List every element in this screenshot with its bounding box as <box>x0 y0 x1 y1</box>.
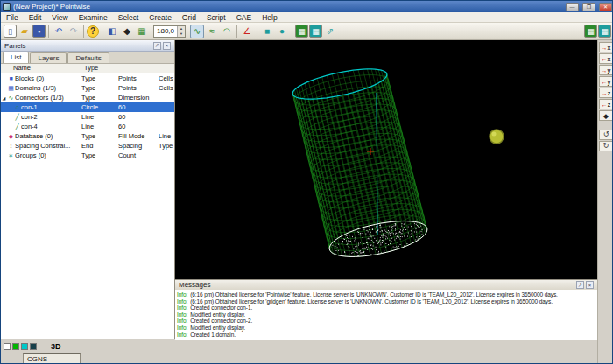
view-iso-button[interactable]: ◆ <box>599 110 613 121</box>
redo-icon[interactable]: ↷ <box>67 24 81 38</box>
menu-item-label: File <box>6 13 18 22</box>
domain-icon: ▦ <box>7 85 15 92</box>
tree-row[interactable]: ↕ Spacing Constrai... End Spacing Type <box>1 141 174 150</box>
mass-copy-icon[interactable]: ▦ <box>135 24 149 38</box>
tree-header-type[interactable]: Type <box>81 64 174 73</box>
menu-item[interactable]: Help <box>257 12 282 22</box>
pointwise-window: { "window": { "title": "(New Project)* P… <box>0 0 613 364</box>
connector-icon: ∿ <box>7 94 15 102</box>
save-icon[interactable]: ▪ <box>32 24 46 38</box>
view-plus-x-button[interactable]: → x <box>599 42 613 52</box>
rotation-angle-input[interactable]: 180,0 ▲▼ <box>153 25 186 38</box>
entity-col-1: Circle <box>81 103 118 111</box>
3d-viewport[interactable] <box>175 40 597 279</box>
axis-letter: z <box>608 102 611 108</box>
toolbar-separator[interactable] <box>83 25 84 38</box>
tree-row[interactable]: ◢ ∿ Connectors (1/3) Type Dimension <box>1 93 174 102</box>
menu-item[interactable]: Examine <box>74 12 113 22</box>
panels-title: Panels <box>4 42 25 50</box>
toolbar-separator[interactable] <box>236 25 237 38</box>
messages-title: Messages <box>179 281 210 289</box>
log-line: Info:Created connector con-1. <box>177 304 595 312</box>
messages-close-button[interactable]: × <box>586 281 594 289</box>
cylinder-mesh-scene <box>175 40 597 279</box>
rotate-cw-button[interactable]: ↻ <box>599 141 613 151</box>
tree-row[interactable]: ▦ Domains (1/3) Type Points Cells <box>1 83 174 93</box>
two-point-curve-icon[interactable]: ∿ <box>190 24 204 38</box>
menu-item[interactable]: Select <box>113 12 144 22</box>
messages-caption: Messages ↗ × <box>175 280 597 290</box>
window-titlebar: (New Project)* Pointwise — ❐ ✕ <box>1 1 613 12</box>
new-file-icon[interactable]: ▯ <box>4 24 17 38</box>
view-minus-y-button[interactable]: ← y <box>599 76 613 87</box>
maximize-button[interactable]: ❐ <box>582 3 595 11</box>
transform-icon[interactable]: ◆ <box>120 24 134 38</box>
undo-icon[interactable]: ↶ <box>52 24 66 38</box>
extrude-icon[interactable]: ⇗ <box>323 24 337 38</box>
messages-float-button[interactable]: ↗ <box>576 281 584 289</box>
menu-item-label: CAE <box>236 13 251 22</box>
panel-tab[interactable]: List <box>3 52 29 63</box>
panel-tab[interactable]: Defaults <box>67 52 109 63</box>
arc-curve-icon[interactable]: ◠ <box>220 24 234 38</box>
menu-item[interactable]: Script <box>201 12 231 22</box>
status-left: 3D CGNS <box>1 339 175 364</box>
open-folder-icon[interactable]: ▰ <box>18 24 32 38</box>
tree-header-name[interactable]: Name <box>1 64 81 73</box>
entity-name: Spacing Constrai... <box>15 142 81 150</box>
axis-arrow-icon: ← <box>602 56 608 62</box>
show-panels-icon[interactable]: ◧ <box>105 24 119 38</box>
minimize-button[interactable]: — <box>566 3 579 11</box>
domain-mesh-icon[interactable]: ▦ <box>295 24 308 38</box>
expander-icon[interactable]: ◢ <box>1 95 7 101</box>
block-mesh-icon[interactable]: ▦ <box>309 24 322 38</box>
tree-row[interactable]: ╱ con-4 Line 60 <box>1 122 174 131</box>
database-icon: ◆ <box>7 133 15 140</box>
entity-col-2: Fill Mode <box>118 132 159 140</box>
tree-row[interactable]: ◆ Database (0) Type Fill Mode Line <box>1 131 174 141</box>
dimension-icon[interactable]: ∠ <box>240 24 254 38</box>
axis-letter: y <box>608 79 611 85</box>
entity-col-3: Type <box>159 142 174 150</box>
tree-row[interactable]: ╱ con-2 Line 60 <box>1 112 174 122</box>
solid-sphere-icon[interactable]: ● <box>275 24 289 38</box>
view-minus-x-button[interactable]: ← x <box>599 53 613 64</box>
menu-item[interactable]: Grid <box>177 12 201 22</box>
tree-row[interactable]: ○ con-1 Circle 60 <box>1 102 174 112</box>
panel-tab[interactable]: Layers <box>30 52 67 63</box>
view-plus-z-button[interactable]: → z <box>599 88 613 98</box>
structured-grid-icon[interactable]: ▦ <box>584 24 597 38</box>
axis-letter: ◆ <box>603 113 608 119</box>
spline-curve-icon[interactable]: ≈ <box>205 24 219 38</box>
tree-row[interactable]: ■ Blocks (0) Type Points Cells <box>1 74 174 83</box>
view-plus-y-button[interactable]: → y <box>599 65 613 75</box>
unstructured-grid-icon[interactable]: ▦ <box>598 24 611 38</box>
toolbar-separator[interactable] <box>102 25 102 38</box>
menu-item[interactable]: Create <box>144 12 177 22</box>
entity-col-2: 60 <box>118 103 159 111</box>
spin-down-icon[interactable]: ▼ <box>178 32 185 37</box>
toolbar-separator[interactable] <box>292 25 292 38</box>
log-level: Info: <box>177 304 187 311</box>
help-icon[interactable]: ? <box>87 25 99 38</box>
panel-float-button[interactable]: ↗ <box>153 42 161 50</box>
spinner-arrows[interactable]: ▲▼ <box>177 26 185 37</box>
menu-item[interactable]: Edit <box>24 12 47 22</box>
close-button[interactable]: ✕ <box>599 3 612 11</box>
rotate-ccw-button[interactable]: ↺ <box>599 130 613 140</box>
axis-letter: x <box>608 56 611 62</box>
view-minus-z-button[interactable]: ← z <box>599 99 613 109</box>
tree-row[interactable]: ∗ Groups (0) Type Count <box>1 150 174 160</box>
menu-item[interactable]: View <box>46 12 73 22</box>
toolbar-separator[interactable] <box>257 25 257 38</box>
rotation-angle-value[interactable]: 180,0 <box>154 27 177 35</box>
log-level: Info: <box>177 318 187 324</box>
solid-cube-icon[interactable]: ■ <box>260 24 274 38</box>
menu-item-label: Examine <box>79 13 108 22</box>
panel-close-button[interactable]: × <box>163 42 171 50</box>
cae-solver-select[interactable]: CGNS <box>23 354 81 364</box>
menu-item[interactable]: File <box>1 12 24 22</box>
log-line: Info:Modified entity display. <box>177 325 595 332</box>
menu-item[interactable]: CAE <box>231 12 257 22</box>
toolbar-separator[interactable] <box>48 25 49 38</box>
